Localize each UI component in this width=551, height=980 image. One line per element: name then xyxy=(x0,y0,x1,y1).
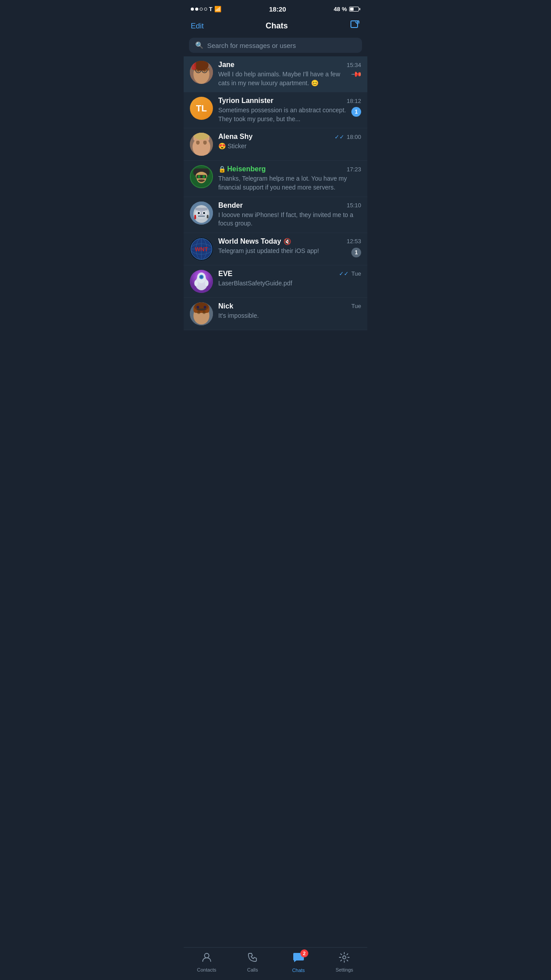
chat-preview: It's impossible. xyxy=(218,312,361,320)
svg-rect-0 xyxy=(351,21,358,28)
svg-point-64 xyxy=(203,311,206,314)
svg-point-55 xyxy=(200,276,203,278)
chat-preview: Telegram just updated their iOS app! xyxy=(218,247,349,256)
chat-item-nick[interactable]: NickTueIt's impossible. xyxy=(184,298,367,330)
chat-content: Tyrion Lannister18:12Sometimes possessio… xyxy=(218,97,361,123)
chat-time: 12:53 xyxy=(346,238,361,245)
chat-item-jane[interactable]: Jane15:34Well I do help animals. Maybe I… xyxy=(184,56,367,92)
dot4 xyxy=(204,8,207,11)
svg-rect-67 xyxy=(197,306,199,308)
chat-content: Jane15:34Well I do help animals. Maybe I… xyxy=(218,61,361,87)
svg-rect-68 xyxy=(204,306,206,308)
chat-preview: Sometimes possession is an abstract conc… xyxy=(218,106,349,123)
chat-name: Heisenberg xyxy=(227,165,266,173)
chat-preview: Well I do help animals. Maybe I'll have … xyxy=(218,70,350,87)
avatar xyxy=(190,302,213,325)
chat-meta: I looove new iPhones! If fact, they invi… xyxy=(218,211,361,228)
chat-content: Bender15:10I looove new iPhones! If fact… xyxy=(218,202,361,228)
svg-point-27 xyxy=(197,175,200,178)
svg-rect-42 xyxy=(207,215,209,218)
battery-icon xyxy=(349,7,360,12)
chat-meta: LaserBlastSafetyGuide.pdf xyxy=(218,279,361,288)
chat-preview: LaserBlastSafetyGuide.pdf xyxy=(218,279,361,288)
chat-name: Alena Shy xyxy=(218,133,252,141)
svg-rect-66 xyxy=(201,308,206,310)
chat-preview: I looove new iPhones! If fact, they invi… xyxy=(218,211,361,228)
avatar xyxy=(190,270,213,293)
chat-content: 🔒Heisenberg17:23Thanks, Telegram helps m… xyxy=(218,165,361,192)
chat-meta: It's impossible. xyxy=(218,312,361,320)
mute-icon: 🔇 xyxy=(283,238,291,245)
avatar xyxy=(190,165,213,188)
unread-badge: 1 xyxy=(351,107,361,117)
svg-rect-41 xyxy=(194,215,196,219)
svg-point-19 xyxy=(203,140,207,145)
svg-point-37 xyxy=(198,212,200,214)
battery-percent: 48 % xyxy=(334,6,347,12)
chat-meta: Well I do help animals. Maybe I'll have … xyxy=(218,70,361,87)
page-title: Chats xyxy=(266,21,288,31)
chat-name: Jane xyxy=(218,61,234,69)
svg-point-57 xyxy=(205,280,209,286)
chat-name: World News Today xyxy=(218,237,281,245)
chat-item-worldnews[interactable]: WNT World News Today🔇12:53Telegram just … xyxy=(184,233,367,265)
chat-name: Tyrion Lannister xyxy=(218,97,273,105)
search-input[interactable] xyxy=(207,42,356,49)
chat-time: 15:10 xyxy=(346,202,361,209)
chat-content: EVE✓✓ TueLaserBlastSafetyGuide.pdf xyxy=(218,270,361,288)
chat-content: NickTueIt's impossible. xyxy=(218,302,361,320)
svg-point-56 xyxy=(194,280,198,286)
dot2 xyxy=(195,8,198,11)
svg-rect-40 xyxy=(195,208,208,210)
svg-rect-65 xyxy=(197,308,201,310)
chat-item-heisenberg[interactable]: 🔒Heisenberg17:23Thanks, Telegram helps m… xyxy=(184,161,367,197)
chat-time: 18:12 xyxy=(346,98,361,104)
chat-time: ✓✓ 18:00 xyxy=(335,134,361,140)
avatar: WNT xyxy=(190,237,213,261)
chat-meta: Telegram just updated their iOS app!1 xyxy=(218,247,361,257)
edit-button[interactable]: Edit xyxy=(191,22,204,31)
svg-point-18 xyxy=(196,140,200,145)
wifi-icon: 📶 xyxy=(214,6,221,12)
avatar xyxy=(190,202,213,225)
chat-time: Tue xyxy=(351,303,361,309)
svg-point-38 xyxy=(203,212,205,214)
status-right: 48 % xyxy=(334,6,360,12)
svg-point-63 xyxy=(197,311,201,314)
svg-point-28 xyxy=(202,175,205,178)
chat-meta: Sometimes possession is an abstract conc… xyxy=(218,106,361,123)
nav-bar: Edit Chats xyxy=(184,16,367,38)
pin-icon: 📌 xyxy=(350,68,363,81)
chat-name: EVE xyxy=(218,270,232,278)
chat-meta: Thanks, Telegram helps me a lot. You hav… xyxy=(218,174,361,192)
lock-icon: 🔒 xyxy=(218,166,226,173)
avatar: TL xyxy=(190,97,213,120)
chat-item-alena[interactable]: Alena Shy✓✓ 18:00😍 Sticker xyxy=(184,128,367,161)
chat-meta: 😍 Sticker xyxy=(218,142,361,151)
chat-item-tyrion[interactable]: TLTyrion Lannister18:12Sometimes possess… xyxy=(184,92,367,128)
chat-preview: 😍 Sticker xyxy=(218,142,361,151)
status-left: T 📶 xyxy=(191,6,221,12)
chat-time: ✓✓ Tue xyxy=(339,270,361,277)
dot3 xyxy=(200,8,203,11)
search-bar[interactable]: 🔍 xyxy=(189,38,362,53)
svg-rect-30 xyxy=(198,180,205,182)
status-time: 18:20 xyxy=(269,5,286,13)
compose-button[interactable] xyxy=(350,20,360,32)
chat-item-bender[interactable]: Bender15:10I looove new iPhones! If fact… xyxy=(184,197,367,233)
chat-time: 17:23 xyxy=(346,166,361,173)
chat-name: Nick xyxy=(218,302,233,310)
status-bar: T 📶 18:20 48 % xyxy=(184,0,367,16)
avatar xyxy=(190,61,213,84)
chat-list: Jane15:34Well I do help animals. Maybe I… xyxy=(184,56,367,330)
chat-preview: Thanks, Telegram helps me a lot. You hav… xyxy=(218,174,361,192)
search-icon: 🔍 xyxy=(195,41,204,49)
chat-name: Bender xyxy=(218,202,243,209)
unread-badge: 1 xyxy=(351,248,361,257)
svg-rect-39 xyxy=(198,216,205,217)
carrier-label: T xyxy=(209,6,213,12)
signal-dots xyxy=(191,8,207,11)
svg-text:WNT: WNT xyxy=(195,246,208,253)
chat-content: World News Today🔇12:53Telegram just upda… xyxy=(218,237,361,257)
chat-item-eve[interactable]: EVE✓✓ TueLaserBlastSafetyGuide.pdf xyxy=(184,265,367,298)
